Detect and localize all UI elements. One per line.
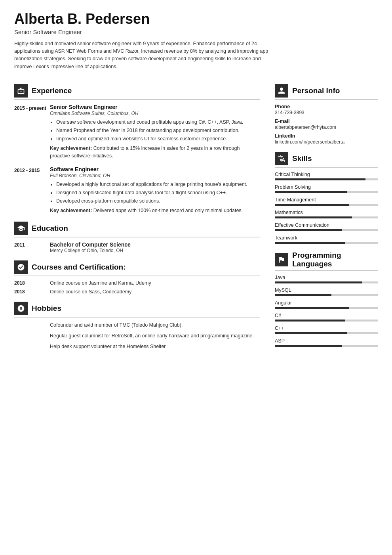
exp-title: Software Engineer	[50, 166, 260, 172]
courses-heading: Courses and Certification:	[32, 263, 126, 272]
hobby-spacer	[14, 343, 50, 350]
hobbies-divider	[14, 317, 260, 318]
course-description: Online course on Sass, Codecademy	[50, 289, 131, 295]
skills-icon	[275, 152, 288, 165]
programming-bar-fill	[275, 294, 331, 296]
courses-list: 2018 Online course on Jasmine and Karma,…	[14, 280, 260, 295]
programming-bar-fill	[275, 345, 342, 347]
hobbies-heading: Hobbies	[32, 304, 61, 313]
programming-divider	[275, 270, 378, 271]
programming-name: Angular	[275, 300, 378, 306]
skill-item: Teamwork	[275, 235, 378, 244]
hobby-text: Cofounder and avid member of TMC (Toledo…	[50, 322, 183, 329]
hobby-item: Regular guest columnist for RetroSoft, a…	[14, 332, 260, 340]
programming-name: MySQL	[275, 287, 378, 293]
courses-divider	[14, 276, 260, 276]
programming-bar-bg	[275, 345, 378, 347]
courses-section-title: Courses and Certification:	[14, 260, 260, 274]
course-date: 2018	[14, 280, 50, 286]
phone-label: Phone	[275, 104, 378, 109]
programming-bar-fill	[275, 332, 347, 334]
email-label: E-mail	[275, 119, 378, 124]
programming-name: ASP	[275, 338, 378, 344]
edu-content: Bachelor of Computer Science Mercy Colle…	[50, 241, 131, 253]
education-divider	[14, 237, 260, 237]
personal-info-divider	[275, 99, 378, 100]
skills-divider	[275, 167, 378, 168]
education-section-title: Education	[14, 222, 260, 235]
exp-date: 2015 - present	[14, 104, 50, 160]
linkedin-label: LinkedIn	[275, 133, 378, 139]
exp-company: Omnilabs Software Suites, Columbus, OH	[50, 111, 260, 116]
course-item: 2018 Online course on Sass, Codecademy	[14, 289, 260, 295]
exp-company: Full Bronson, Cleveland, OH	[50, 173, 260, 178]
hobby-item: Help desk support volunteer at the Homel…	[14, 343, 260, 350]
course-item: 2018 Online course on Jasmine and Karma,…	[14, 280, 260, 286]
experience-item: 2012 - 2015 Software Engineer Full Brons…	[14, 166, 260, 214]
bullet-item: Designed a sophisticated flight data ana…	[56, 189, 260, 196]
candidate-name: Alberta B. Pedersen	[14, 11, 378, 27]
programming-item: Angular	[275, 300, 378, 309]
skill-item: Time Management	[275, 197, 378, 206]
skills-heading: Skills	[292, 154, 312, 163]
resume-header: Alberta B. Pedersen Senior Software Engi…	[0, 0, 392, 77]
right-column: Personal Info Phone 314-739-3893 E-mail …	[271, 77, 378, 353]
skill-item: Problem Solving	[275, 184, 378, 193]
skill-bar-bg	[275, 204, 378, 206]
experience-list: 2015 - present Senior Software Engineer …	[14, 104, 260, 214]
hobby-text: Help desk support volunteer at the Homel…	[50, 343, 166, 350]
exp-bullets: Developed a highly functional set of app…	[50, 181, 260, 205]
hobbies-section-title: Hobbies	[14, 302, 260, 315]
skill-item: Effective Communication	[275, 222, 378, 231]
experience-icon	[14, 84, 28, 98]
skill-name: Teamwork	[275, 235, 378, 241]
programming-bar-bg	[275, 307, 378, 309]
personal-info-icon	[275, 84, 288, 98]
skill-bar-fill	[275, 242, 345, 244]
programming-bar-bg	[275, 281, 378, 283]
edu-degree: Bachelor of Computer Science	[50, 241, 131, 248]
exp-content: Senior Software Engineer Omnilabs Softwa…	[50, 104, 260, 160]
svg-rect-0	[20, 91, 21, 92]
programming-bar-fill	[275, 307, 349, 309]
candidate-summary: Highly-skilled and motivated senior soft…	[14, 40, 276, 71]
skill-bar-bg	[275, 229, 378, 231]
skill-bar-fill	[275, 204, 349, 206]
skill-name: Effective Communication	[275, 222, 378, 228]
programming-list: Java MySQL Angular C# C++ ASP	[275, 275, 378, 347]
skill-name: Mathematics	[275, 210, 378, 215]
programming-icon	[275, 253, 288, 266]
programming-name: C#	[275, 313, 378, 318]
bullet-item: Developed cross-platform compatible solu…	[56, 197, 260, 205]
education-list: 2011 Bachelor of Computer Science Mercy …	[14, 241, 260, 253]
skill-bar-fill	[275, 229, 342, 231]
phone-value: 314-739-3893	[275, 110, 378, 115]
edu-school: Mercy College of Ohio, Toledo, OH	[50, 248, 131, 253]
programming-bar-fill	[275, 320, 345, 322]
bullet-item: Oversaw software development and coded p…	[56, 119, 260, 126]
skill-name: Critical Thinking	[275, 172, 378, 177]
programming-item: C#	[275, 313, 378, 322]
exp-content: Software Engineer Full Bronson, Clevelan…	[50, 166, 260, 214]
programming-bar-bg	[275, 332, 378, 334]
experience-item: 2015 - present Senior Software Engineer …	[14, 104, 260, 160]
programming-name: Java	[275, 275, 378, 280]
experience-section-title: Experience	[14, 84, 260, 98]
linkedin-value: linkedin.com/in/pedersenbalberta	[275, 139, 378, 145]
skill-bar-bg	[275, 216, 378, 218]
hobbies-list: Cofounder and avid member of TMC (Toledo…	[14, 322, 260, 350]
programming-item: C++	[275, 325, 378, 334]
edu-date: 2011	[14, 241, 50, 253]
bullet-item: Named Prophead of the Year in 2018 for o…	[56, 127, 260, 134]
left-column: Experience 2015 - present Senior Softwar…	[14, 77, 271, 353]
skill-bar-fill	[275, 178, 365, 180]
programming-item: Java	[275, 275, 378, 283]
hobby-spacer	[14, 322, 50, 329]
programming-bar-fill	[275, 281, 362, 283]
skills-section-title: Skills	[275, 152, 378, 165]
personal-info-block: Phone 314-739-3893 E-mail albertabpeters…	[275, 104, 378, 145]
education-item: 2011 Bachelor of Computer Science Mercy …	[14, 241, 260, 253]
skill-bar-bg	[275, 178, 378, 180]
courses-icon	[14, 260, 28, 274]
experience-divider	[14, 99, 260, 100]
